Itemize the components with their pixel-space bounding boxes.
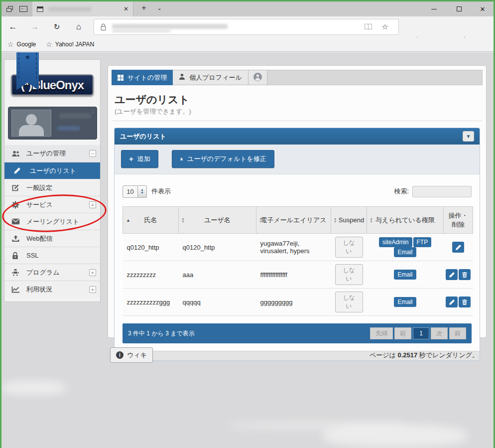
wiki-button[interactable]: i ウィキ (110, 347, 153, 363)
bookmark-yahoo-japan[interactable]: ☆Yahoo! JAPAN (46, 40, 94, 48)
col-header-email-alias[interactable]: ▲▼電子メールエイリアス (256, 207, 331, 234)
minimize-button[interactable] (422, 1, 445, 16)
sidebar-item-ssl[interactable]: SSL (4, 247, 100, 264)
main-content-card: サイトの管理 個人プロフィール ユーザのリスト (ユーザを管理できます。) (108, 65, 487, 338)
set-aside-area (1, 1, 32, 16)
info-icon: i (116, 351, 124, 359)
cell-name: zzzzzzzzzzggg (123, 289, 179, 316)
tab-site-management[interactable]: サイトの管理 (112, 70, 173, 85)
page-size-value: 10 (123, 185, 138, 198)
tabs-set-aside-icon[interactable] (6, 6, 14, 12)
bookmarks-bar: ☆Google ☆Yahoo! JAPAN (1, 37, 494, 52)
pagination-first[interactable]: 先頭 (370, 327, 393, 339)
redacted-profile-name (59, 113, 91, 119)
set-tabs-aside-icon[interactable] (19, 6, 27, 12)
cell-name: zzzzzzzzz (123, 261, 179, 289)
redacted-profile-link (57, 126, 80, 131)
caret-up-icon: ∧ (180, 157, 183, 161)
cell-username: qqqqq (179, 289, 256, 316)
page-size-select[interactable]: 10 ▲▼ (123, 185, 147, 198)
capture-frame-top (0, 0, 495, 1)
bookmark-label: Google (17, 41, 36, 48)
browser-nav-bar: ← → ↻ ⌂ ☆ ✎ ⋯ (1, 16, 494, 37)
close-button[interactable]: ✕ (471, 1, 494, 16)
spinner-arrows-icon[interactable]: ▲▼ (138, 185, 147, 198)
sidebar-item-programs[interactable]: プログラム + (4, 264, 100, 281)
tab-close-icon[interactable]: ✕ (124, 5, 128, 12)
blur-smudge (323, 424, 467, 447)
avatar (11, 110, 51, 137)
add-button-label: 追加 (137, 154, 150, 163)
new-tab-button[interactable]: + (138, 3, 149, 12)
panel-toolbar: +追加 ∧ユーザのデフォルトを修正 (115, 145, 480, 174)
forward-icon: → (27, 16, 42, 37)
bookmark-google[interactable]: ☆Google (7, 40, 36, 48)
refresh-icon[interactable]: ↻ (49, 16, 64, 37)
add-favorite-star-icon[interactable]: ☆ (382, 22, 388, 31)
sidebar-item-user-management[interactable]: ユーザの管理 − (4, 145, 100, 162)
expand-box-icon[interactable]: + (89, 269, 96, 276)
sort-both-icon: ▲▼ (181, 217, 185, 223)
add-button[interactable]: +追加 (121, 150, 158, 168)
delete-button[interactable] (459, 297, 471, 307)
edit-button[interactable] (446, 269, 458, 280)
sidebar-item-label: ユーザの管理 (26, 149, 66, 158)
collapse-box-icon[interactable]: − (89, 150, 96, 157)
sidebar: (*)BlueOnyx –– ユーザの管理 − (4, 59, 101, 302)
address-bar[interactable]: ☆ (94, 19, 399, 35)
program-icon (11, 269, 20, 277)
suspend-button[interactable]: しない (335, 237, 363, 258)
col-header-suspend[interactable]: ▲▼Suspend (331, 207, 367, 234)
sidebar-item-user-list[interactable]: ユーザのリスト (4, 162, 100, 179)
delete-button[interactable] (459, 269, 471, 280)
suspend-button[interactable]: しない (335, 264, 363, 285)
panel-header: ユーザのリスト ▼ (115, 128, 480, 145)
expand-box-icon[interactable]: + (89, 286, 96, 293)
edit-defaults-label: ユーザのデフォルトを修正 (187, 154, 266, 163)
suspend-button[interactable]: しない (335, 292, 363, 312)
pagination-current-page[interactable]: 1 (413, 327, 429, 339)
back-icon[interactable]: ← (5, 16, 20, 37)
render-time-value: 0.2517 (397, 351, 417, 359)
maximize-button[interactable] (448, 1, 471, 16)
wiki-label: ウィキ (127, 351, 147, 360)
panel-collapse-button[interactable]: ▼ (463, 131, 474, 142)
home-icon[interactable]: ⌂ (71, 16, 86, 37)
table-row: zzzzzzzzz aaa ffffffffffffffff しない Email (123, 261, 473, 289)
sidebar-item-general-settings[interactable]: 一般設定 (4, 179, 100, 196)
table-controls: 10 ▲▼ 件表示 検索: (123, 185, 472, 198)
edit-defaults-button[interactable]: ∧ユーザのデフォルトを修正 (172, 150, 274, 168)
pagination-next[interactable]: 次 (431, 327, 448, 339)
sidebar-item-usage[interactable]: 利用状況 + (4, 281, 100, 298)
grid-icon (118, 75, 124, 81)
sidebar-item-label: プログラム (26, 268, 60, 277)
perm-badge: Email (394, 247, 416, 257)
search-input[interactable] (412, 186, 472, 197)
table-header-row: ▲氏名 ▲▼ユーザ名 ▲▼電子メールエイリアス ▲▼Suspend ▲▼与えられ… (123, 207, 473, 234)
tab-personal-profile[interactable]: 個人プロフィール (173, 70, 248, 85)
edit-button[interactable] (446, 297, 458, 307)
cell-aliases: yugawa77eiji, virusalert, hypers (256, 234, 331, 261)
pagination-prev[interactable]: 前 (394, 327, 411, 339)
tab-bar-filler (267, 70, 483, 85)
sort-both-icon: ▲▼ (259, 217, 262, 223)
plus-icon: + (129, 156, 133, 161)
edit-button[interactable] (452, 242, 464, 253)
tab-label: 個人プロフィール (189, 73, 242, 82)
sidebar-item-label: SSL (26, 252, 39, 259)
bookmark-label: Yahoo! JAPAN (55, 41, 94, 48)
tab-preview-chevron-icon[interactable]: ⌄ (154, 5, 165, 11)
table-info-bar: 3 件中 1 から 3 まで表示 先頭 前 1 次 前 (123, 323, 472, 343)
col-header-username[interactable]: ▲▼ユーザ名 (179, 207, 256, 234)
upload-icon (11, 235, 20, 242)
edit-square-icon (11, 184, 20, 191)
panel-title: ユーザのリスト (120, 132, 166, 141)
sidebar-item-web-delivery[interactable]: Web配信 (4, 230, 100, 247)
pagination-last[interactable]: 前 (449, 327, 466, 339)
browser-tab[interactable]: ✕ (32, 1, 133, 16)
sort-both-icon: ▲▼ (334, 217, 337, 223)
minimize-icon (431, 9, 437, 9)
col-header-permissions[interactable]: ▲▼与えられている権限 (367, 207, 444, 234)
col-header-name[interactable]: ▲氏名 (123, 207, 179, 234)
tab-extra[interactable] (248, 70, 267, 85)
